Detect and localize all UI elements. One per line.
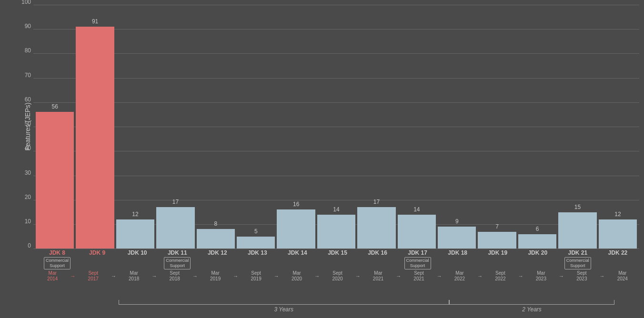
bracket-3years-line bbox=[119, 300, 449, 305]
x-label-jdk-20: JDK 20 bbox=[519, 249, 557, 269]
bar-jdk-17: 14 bbox=[398, 215, 436, 249]
timeline-date-0: Mar2014 bbox=[36, 270, 69, 282]
timeline-date-3: Sept2018 bbox=[158, 270, 191, 282]
timeline-date-label: Mar2014 bbox=[47, 270, 58, 282]
timeline-arrow-8: → bbox=[395, 273, 402, 279]
bar-group: 7 bbox=[478, 5, 516, 248]
bar-jdk-11: 17 bbox=[156, 207, 194, 248]
timeline-date-label: Sept2022 bbox=[495, 270, 505, 282]
y-tick-label: 70 bbox=[17, 72, 31, 79]
timeline-date-label: Sept2018 bbox=[170, 270, 180, 282]
bar-group: 5 bbox=[237, 5, 275, 248]
bar-jdk-12: 8 bbox=[197, 229, 235, 248]
timeline-arrow-7: → bbox=[354, 273, 362, 279]
bar-jdk-13: 5 bbox=[237, 237, 275, 249]
timeline-date-13: Sept2023 bbox=[565, 270, 598, 282]
bar-value-label: 12 bbox=[132, 211, 138, 218]
bar-jdk-18: 9 bbox=[438, 227, 476, 248]
timeline-arrow-1: → bbox=[110, 273, 117, 279]
timeline-date-5: Sept2019 bbox=[239, 270, 272, 282]
timeline-date-label: Mar2018 bbox=[129, 270, 139, 282]
y-tick-label: 40 bbox=[17, 145, 31, 151]
bar-jdk-21: 15 bbox=[558, 212, 596, 249]
y-tick-label: 30 bbox=[17, 169, 31, 176]
bar-value-label: 14 bbox=[413, 206, 420, 213]
x-label-name: JDK 12 bbox=[208, 249, 227, 256]
bar-group: 6 bbox=[518, 5, 556, 248]
x-label-jdk-19: JDK 19 bbox=[479, 249, 517, 269]
x-label-jdk-9: JDK 9 bbox=[78, 249, 116, 269]
x-label-name: JDK 20 bbox=[528, 249, 547, 256]
commercial-badge: CommercialSupport bbox=[164, 257, 191, 269]
y-tick-label: 90 bbox=[17, 23, 31, 30]
bar-jdk-9: 91 bbox=[76, 27, 114, 248]
timeline-date-label: Mar2023 bbox=[536, 270, 546, 282]
bar-group: 14 bbox=[317, 5, 355, 248]
timeline-arrow-0: → bbox=[69, 273, 76, 279]
bracket-2years-label: 2 Years bbox=[522, 306, 541, 313]
timeline-date-label: Sept2021 bbox=[413, 270, 424, 282]
x-label-name: JDK 11 bbox=[168, 249, 187, 256]
bar-value-label: 16 bbox=[293, 201, 299, 208]
bar-value-label: 17 bbox=[373, 199, 380, 205]
bracket-3years: 3 Years bbox=[119, 300, 449, 313]
bar-value-label: 9 bbox=[455, 218, 459, 225]
timeline-date-label: Sept2023 bbox=[576, 270, 587, 282]
chart-area: Features (JEPs) 010203040506070809010056… bbox=[19, 5, 639, 248]
timeline-arrow-3: → bbox=[191, 273, 199, 279]
bar-group: 15 bbox=[558, 5, 596, 248]
bar-value-label: 5 bbox=[254, 228, 258, 235]
bracket-3years-label: 3 Years bbox=[274, 306, 293, 313]
timeline-date-2: Mar2018 bbox=[117, 270, 151, 282]
chart-inner: 0102030405060708090100569112178516141714… bbox=[33, 5, 639, 248]
bar-group: 56 bbox=[36, 5, 74, 248]
bar-value-label: 91 bbox=[92, 18, 98, 25]
bar-jdk-15: 14 bbox=[317, 215, 355, 249]
bar-group: 14 bbox=[398, 5, 436, 248]
x-label-name: JDK 22 bbox=[608, 249, 628, 256]
x-label-jdk-22: JDK 22 bbox=[599, 249, 637, 269]
x-label-jdk-11: JDK 11CommercialSupport bbox=[158, 249, 196, 269]
timeline-date-6: Mar2020 bbox=[280, 270, 313, 282]
y-tick-label: 10 bbox=[17, 218, 31, 225]
timeline-date-7: Sept2020 bbox=[321, 270, 354, 282]
bar-value-label: 17 bbox=[172, 199, 179, 205]
bar-group: 17 bbox=[156, 5, 194, 248]
x-label-name: JDK 13 bbox=[248, 249, 267, 256]
timeline-date-label: Mar2021 bbox=[373, 270, 383, 282]
timeline-arrow-5: → bbox=[273, 273, 280, 279]
y-tick-label: 80 bbox=[17, 47, 31, 54]
x-label-name: JDK 17 bbox=[408, 249, 427, 256]
x-label-jdk-8: JDK 8CommercialSupport bbox=[38, 249, 76, 269]
bar-group: 12 bbox=[116, 5, 154, 248]
x-label-jdk-21: JDK 21CommercialSupport bbox=[559, 249, 597, 269]
x-label-name: JDK 16 bbox=[368, 249, 387, 256]
bar-value-label: 7 bbox=[495, 223, 499, 230]
x-label-name: JDK 9 bbox=[89, 249, 105, 256]
timeline-date-1: Sept2017 bbox=[76, 270, 110, 282]
x-label-jdk-16: JDK 16 bbox=[359, 249, 397, 269]
bar-group: 9 bbox=[438, 5, 476, 248]
x-label-name: JDK 19 bbox=[488, 249, 507, 256]
timeline-date-4: Mar2019 bbox=[199, 270, 232, 282]
y-tick-label: 60 bbox=[17, 96, 31, 103]
bars-container: 5691121785161417149761512 bbox=[33, 5, 639, 248]
bar-jdk-10: 12 bbox=[116, 219, 154, 248]
x-label-name: JDK 8 bbox=[49, 249, 65, 256]
bar-jdk-20: 6 bbox=[518, 234, 556, 249]
bracket-flex: 3 Years2 Years bbox=[36, 300, 644, 313]
grid-line: 0 bbox=[33, 248, 639, 249]
x-label-name: JDK 14 bbox=[288, 249, 307, 256]
x-axis: JDK 8CommercialSupportJDK 9JDK 10JDK 11C… bbox=[36, 249, 639, 269]
bar-group: 8 bbox=[197, 5, 235, 248]
x-label-name: JDK 10 bbox=[128, 249, 147, 256]
timeline-arrow-2: → bbox=[151, 273, 158, 279]
x-label-jdk-17: JDK 17CommercialSupport bbox=[399, 249, 437, 269]
timeline-date-label: Sept2019 bbox=[251, 270, 261, 282]
x-label-name: JDK 21 bbox=[568, 249, 588, 256]
bracket-2years: 2 Years bbox=[449, 300, 614, 313]
timeline-container: Mar2014→Sept2017→Mar2018→Sept2018→Mar201… bbox=[36, 270, 639, 282]
timeline-date-label: Sept2017 bbox=[88, 270, 99, 282]
y-tick-label: 0 bbox=[17, 242, 31, 249]
timeline-arrow-4: → bbox=[232, 273, 239, 279]
